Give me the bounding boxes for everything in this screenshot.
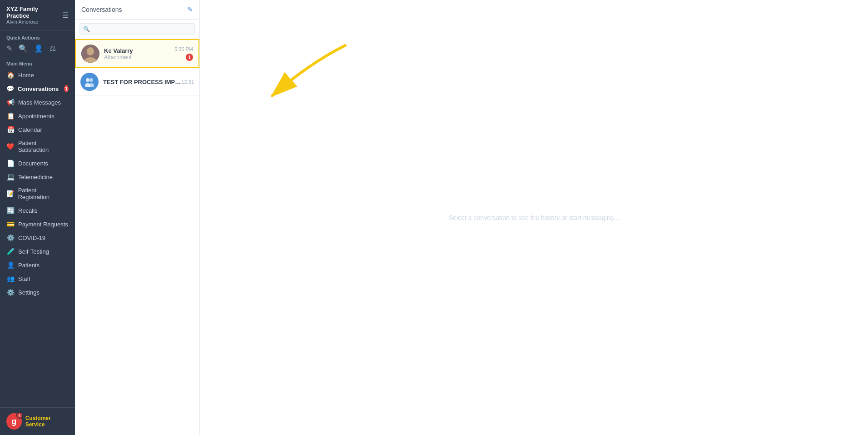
settings-icon: ⚙️ bbox=[6, 289, 15, 296]
recalls-icon: 🔄 bbox=[6, 207, 15, 214]
conversation-meta: 5:35 PM 1 bbox=[174, 46, 193, 61]
sidebar-item-conversations[interactable]: 💬 Conversations 1 bbox=[0, 82, 75, 95]
sidebar-item-label: Appointments bbox=[18, 113, 55, 120]
sidebar-item-calendar[interactable]: 📅 Calendar bbox=[0, 123, 75, 136]
quick-actions-row: ✎ 🔍 👤 ⚖ bbox=[0, 42, 75, 57]
sidebar-item-label: Mass Messages bbox=[18, 99, 61, 106]
empty-state-text: Select a conversation to see the history… bbox=[449, 214, 619, 221]
user-icon[interactable]: 👤 bbox=[34, 44, 43, 53]
conversation-list: Kc Valarry Attachment 5:35 PM 1 TEST FOR… bbox=[75, 39, 199, 435]
conversation-last-message: Attachment bbox=[104, 54, 174, 60]
new-conversation-icon[interactable]: ✎ bbox=[187, 5, 193, 14]
conversation-meta: 12:31 bbox=[181, 79, 194, 85]
search-icon[interactable]: 🔍 bbox=[19, 44, 28, 53]
arrow-annotation bbox=[236, 36, 354, 111]
svg-point-1 bbox=[87, 47, 94, 55]
patients-icon: 👤 bbox=[6, 261, 15, 269]
search-input[interactable] bbox=[79, 23, 195, 35]
customer-service-label: Customer Service bbox=[25, 415, 69, 428]
sidebar-item-documents[interactable]: 📄 Documents bbox=[0, 156, 75, 170]
conversations-header: Conversations ✎ bbox=[75, 0, 199, 20]
home-icon: 🏠 bbox=[6, 71, 15, 79]
hamburger-icon[interactable]: ☰ bbox=[62, 11, 69, 20]
mass-messages-icon: 📢 bbox=[6, 99, 15, 106]
conversation-item-kc-valarry[interactable]: Kc Valarry Attachment 5:35 PM 1 bbox=[75, 39, 199, 68]
sidebar-item-label: Telemedicine bbox=[18, 174, 53, 180]
sidebar-item-label: Staff bbox=[18, 275, 30, 282]
conversations-title: Conversations bbox=[81, 6, 122, 13]
sidebar-item-appointments[interactable]: 📋 Appointments bbox=[0, 109, 75, 123]
conversation-info: Kc Valarry Attachment bbox=[104, 47, 174, 60]
sidebar-item-staff[interactable]: 👥 Staff bbox=[0, 272, 75, 285]
sidebar-item-label: Documents bbox=[18, 160, 48, 167]
sidebar-item-label: Recalls bbox=[18, 207, 38, 214]
appointments-icon: 📋 bbox=[6, 112, 15, 120]
svg-point-3 bbox=[86, 78, 89, 82]
group-avatar bbox=[80, 73, 99, 91]
main-content: Select a conversation to see the history… bbox=[200, 0, 868, 435]
documents-icon: 📄 bbox=[6, 160, 15, 167]
search-wrap: 🔍 bbox=[79, 23, 195, 35]
conversation-time: 12:31 bbox=[181, 79, 194, 85]
conversations-icon: 💬 bbox=[6, 85, 14, 92]
sidebar-item-patients[interactable]: 👤 Patients bbox=[0, 258, 75, 272]
quick-actions-label: Quick Actions bbox=[0, 30, 75, 42]
staff-icon: 👥 bbox=[6, 275, 15, 282]
sidebar-item-label: Self-Testing bbox=[18, 248, 49, 255]
sidebar-header: XYZ Family Practice Alvin Amoroso ☰ bbox=[0, 0, 75, 30]
avatar bbox=[81, 45, 99, 63]
patient-satisfaction-icon: ❤️ bbox=[6, 143, 15, 150]
search-icon: 🔍 bbox=[83, 26, 90, 32]
g-badge: g 4 bbox=[6, 413, 22, 430]
sidebar-item-covid-19[interactable]: ⚙️ COVID-19 bbox=[0, 231, 75, 245]
sidebar-item-label: Patients bbox=[18, 262, 40, 269]
sidebar: XYZ Family Practice Alvin Amoroso ☰ Quic… bbox=[0, 0, 75, 435]
conversation-search: 🔍 bbox=[75, 20, 199, 39]
sidebar-item-label: Conversations bbox=[18, 85, 59, 92]
sidebar-item-patient-satisfaction[interactable]: ❤️ Patient Satisfaction bbox=[0, 136, 75, 156]
patient-registration-icon: 📝 bbox=[6, 190, 15, 197]
sidebar-item-mass-messages[interactable]: 📢 Mass Messages bbox=[0, 95, 75, 109]
sidebar-item-label: Calendar bbox=[18, 126, 42, 133]
sidebar-item-recalls[interactable]: 🔄 Recalls bbox=[0, 204, 75, 217]
conversation-info: TEST FOR PROCESS IMPR... bbox=[103, 79, 181, 85]
conversations-panel: Conversations ✎ 🔍 Kc Valarry Attachment bbox=[75, 0, 200, 435]
sidebar-item-label: Payment Requests bbox=[18, 221, 68, 228]
brand-name: XYZ Family Practice bbox=[6, 5, 62, 19]
g-badge-count: 4 bbox=[16, 412, 23, 419]
sidebar-item-payment-requests[interactable]: 💳 Payment Requests bbox=[0, 217, 75, 231]
conversation-name: Kc Valarry bbox=[104, 47, 174, 54]
sidebar-item-telemedicine[interactable]: 💻 Telemedicine bbox=[0, 170, 75, 184]
conversation-name: TEST FOR PROCESS IMPR... bbox=[103, 79, 181, 85]
nav-items: 🏠 Home 💬 Conversations 1 📢 Mass Messages… bbox=[0, 68, 75, 407]
sidebar-item-label: Settings bbox=[18, 289, 40, 296]
sidebar-item-self-testing[interactable]: 🧪 Self-Testing bbox=[0, 245, 75, 258]
calendar-icon: 📅 bbox=[6, 126, 15, 133]
self-testing-icon: 🧪 bbox=[6, 248, 15, 255]
sidebar-footer[interactable]: g 4 Customer Service bbox=[0, 407, 75, 435]
compose-icon[interactable]: ✎ bbox=[6, 44, 12, 53]
sidebar-item-settings[interactable]: ⚙️ Settings bbox=[0, 285, 75, 299]
sidebar-item-patient-registration[interactable]: 📝 Patient Registration bbox=[0, 184, 75, 204]
sidebar-item-label: Patient Registration bbox=[18, 187, 69, 200]
payment-requests-icon: 💳 bbox=[6, 220, 15, 228]
main-menu-label: Main Menu bbox=[0, 57, 75, 68]
sidebar-item-label: COVID-19 bbox=[18, 235, 45, 241]
conversation-item-test-process[interactable]: TEST FOR PROCESS IMPR... 12:31 bbox=[75, 68, 199, 96]
filter-icon[interactable]: ⚖ bbox=[50, 44, 56, 53]
telemedicine-icon: 💻 bbox=[6, 173, 15, 180]
brand-user: Alvin Amoroso bbox=[6, 19, 62, 25]
unread-badge: 1 bbox=[186, 54, 193, 61]
sidebar-item-home[interactable]: 🏠 Home bbox=[0, 68, 75, 82]
svg-point-4 bbox=[89, 78, 93, 82]
sidebar-item-label: Patient Satisfaction bbox=[18, 140, 69, 153]
conversations-badge: 1 bbox=[64, 85, 69, 92]
covid-icon: ⚙️ bbox=[6, 234, 15, 241]
sidebar-item-label: Home bbox=[18, 72, 34, 79]
conversation-time: 5:35 PM bbox=[174, 46, 193, 52]
sidebar-brand: XYZ Family Practice Alvin Amoroso bbox=[6, 5, 62, 25]
